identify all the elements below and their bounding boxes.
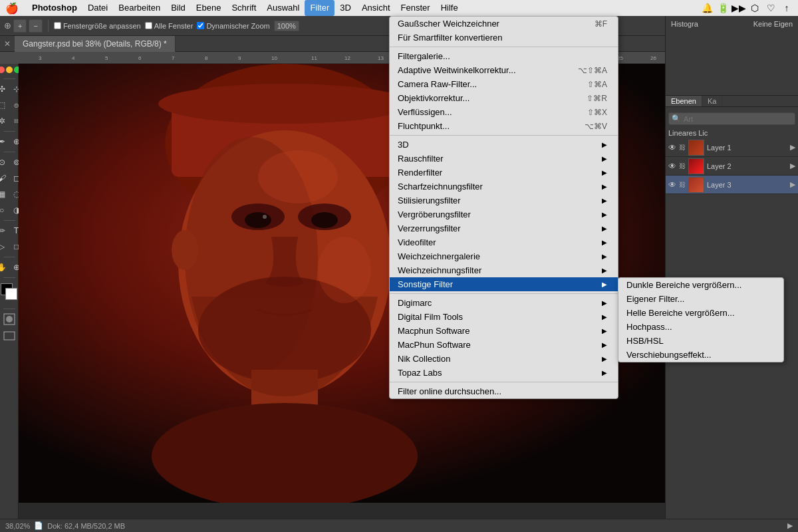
fit-window-option[interactable]: Fenstergröße anpassen	[54, 22, 141, 30]
menu-item-vergroeberung[interactable]: Vergröberungsfilter ▶	[390, 207, 618, 221]
sonstige-submenu[interactable]: Dunkle Bereiche vergrößern... Eigener Fi…	[618, 277, 784, 362]
fit-window-checkbox[interactable]	[54, 22, 61, 29]
layer-eye-1[interactable]: 👁	[668, 143, 676, 152]
status-icon[interactable]: 📄	[34, 521, 43, 530]
submenu-item-helle[interactable]: Helle Bereiche vergrößern...	[618, 306, 783, 320]
minimize-btn[interactable]	[6, 66, 13, 73]
menu-item-adaptive[interactable]: Adaptive Weitwinkelkorrektur... ⌥⇧⌘A	[390, 63, 618, 77]
brush-tool[interactable]: 🖌	[0, 171, 9, 186]
menu-item-gaussian[interactable]: Gaußscher Weichzeichner ⌘F	[390, 17, 618, 31]
menu-auswahl[interactable]: Auswahl	[261, 0, 305, 16]
menu-3d[interactable]: 3D	[334, 0, 356, 16]
dynamic-zoom-checkbox[interactable]	[197, 22, 204, 29]
menu-item-sonstige[interactable]: Sonstige Filter ▶ Dunkle Bereiche vergrö…	[390, 277, 618, 291]
layer-row-2[interactable]: 👁 ⛓ Layer 2 ▶	[666, 157, 798, 176]
scroll-right-btn[interactable]: ▶	[787, 521, 793, 530]
hsb-label: HSB/HSL	[626, 336, 664, 346]
scharfzeichnung-arrow: ▶	[602, 183, 607, 190]
heal-tool[interactable]: ⊙	[0, 155, 9, 170]
expand-icon-2[interactable]: ▶	[790, 162, 795, 170]
panel-search[interactable]: 🔍	[668, 112, 795, 125]
menu-item-fluchtpunkt[interactable]: Fluchtpunkt... ⌥⌘V	[390, 119, 618, 133]
submenu-item-verschiebung[interactable]: Verschiebungseffekt...	[618, 348, 783, 362]
expand-icon-3[interactable]: ▶	[790, 180, 795, 189]
menu-item-nik[interactable]: Nik Collection ▶	[390, 352, 618, 366]
menu-item-rauschfilter[interactable]: Rauschfilter ▶	[390, 152, 618, 166]
svg-point-40	[158, 84, 411, 124]
move-tool[interactable]: ✣	[0, 82, 9, 96]
search-icon[interactable]: ↑	[781, 2, 793, 14]
path-select-tool[interactable]: ▷	[0, 239, 9, 254]
menu-item-videofilter[interactable]: Videofilter ▶	[390, 235, 618, 249]
layer-search-input[interactable]	[684, 115, 792, 123]
menu-item-stilisierung[interactable]: Stilisierungsfilter ▶	[390, 194, 618, 207]
menu-ansicht[interactable]: Ansicht	[356, 0, 396, 16]
pen-tool[interactable]: ✏	[0, 223, 9, 238]
menu-item-filtergalerie[interactable]: Filtergalerie...	[390, 49, 618, 63]
menu-item-scharfzeichnung[interactable]: Scharfzeichnungsfilter ▶	[390, 180, 618, 194]
menu-ebene[interactable]: Ebene	[191, 0, 227, 16]
tab-close-btn[interactable]: ✕	[0, 39, 15, 49]
zoom-value[interactable]: 100%	[274, 21, 299, 31]
menu-item-online[interactable]: Filter online durchsuchen...	[390, 384, 618, 398]
scharfzeichnung-label: Scharfzeichnungsfilter	[398, 182, 483, 192]
menu-datei[interactable]: Datei	[82, 0, 113, 16]
tab-ka[interactable]: Ka	[702, 96, 722, 106]
filter-menu[interactable]: Gaußscher Weichzeichner ⌘F Für Smartfilt…	[389, 16, 618, 399]
topaz-label: Topaz Labs	[398, 368, 442, 378]
menu-item-macphun1[interactable]: Macphun Software ▶	[390, 324, 618, 338]
submenu-item-eigener[interactable]: Eigener Filter...	[618, 292, 783, 306]
menu-item-verzerrung[interactable]: Verzerrungsfilter ▶	[390, 221, 618, 235]
all-windows-option[interactable]: Alle Fenster	[145, 22, 194, 30]
menu-item-3d[interactable]: 3D ▶	[390, 138, 618, 152]
menu-fenster[interactable]: Fenster	[396, 0, 436, 16]
expand-icon-1[interactable]: ▶	[790, 143, 795, 152]
menu-item-digital-film[interactable]: Digital Film Tools ▶	[390, 310, 618, 324]
close-btn[interactable]	[0, 66, 5, 73]
zoom-out-btn[interactable]: −	[29, 19, 42, 33]
layer-eye-3[interactable]: 👁	[668, 180, 676, 190]
notification-icon[interactable]: 🔔	[701, 2, 713, 14]
menu-schrift[interactable]: Schrift	[226, 0, 261, 16]
menu-item-camera-raw[interactable]: Camera Raw-Filter... ⇧⌘A	[390, 77, 618, 91]
tab-ebenen[interactable]: Ebenen	[666, 96, 702, 106]
app-name[interactable]: Photoshop	[27, 0, 82, 16]
layer-eye-2[interactable]: 👁	[668, 162, 676, 171]
background-color[interactable]	[5, 288, 17, 300]
submenu-item-hochpass[interactable]: Hochpass...	[618, 320, 783, 334]
menu-item-weichzeichnergalerie[interactable]: Weichzeichnergalerie ▶	[390, 249, 618, 263]
screen-mode-tool[interactable]	[2, 328, 17, 342]
dodge-tool[interactable]: ○	[0, 203, 9, 217]
submenu-item-hsb[interactable]: HSB/HSL	[618, 334, 783, 348]
gradient-tool[interactable]: ▦	[0, 187, 9, 201]
menu-bearbeiten[interactable]: Bearbeiten	[113, 0, 166, 16]
menu-item-weichzeichnung[interactable]: Weichzeichnungsfilter ▶	[390, 263, 618, 277]
menu-item-topaz[interactable]: Topaz Labs ▶	[390, 366, 618, 380]
menu-item-smartfilter[interactable]: Für Smartfilter konvertieren	[390, 31, 618, 45]
crop-icon: ⌗	[14, 116, 19, 126]
magic-wand-tool[interactable]: ✲	[0, 114, 9, 128]
marquee-tool[interactable]: ⬚	[0, 98, 9, 112]
menu-bild[interactable]: Bild	[166, 0, 191, 16]
menu-item-digimarc[interactable]: Digimarc ▶	[390, 296, 618, 310]
menu-item-verfluessigen[interactable]: Verflüssigen... ⇧⌘X	[390, 105, 618, 119]
document-tab[interactable]: Gangster.psd bei 38% (Details, RGB/8) *	[15, 36, 176, 52]
all-windows-checkbox[interactable]	[145, 22, 152, 29]
videofilter-label: Videofilter	[398, 237, 436, 247]
zoom-in-btn[interactable]: +	[13, 19, 27, 33]
hand-tool[interactable]: ✋	[0, 260, 9, 275]
layer-row-3[interactable]: 👁 ⛓ Layer 3 ▶	[666, 176, 798, 194]
menu-hilfe[interactable]: Hilfe	[436, 0, 464, 16]
smartfilter-label: Für Smartfilter konvertieren	[398, 33, 503, 43]
menu-item-renderfilter[interactable]: Renderfilter ▶	[390, 166, 618, 180]
submenu-item-dunkle[interactable]: Dunkle Bereiche vergrößern...	[618, 278, 783, 292]
eyedropper-tool[interactable]: ✒	[0, 134, 9, 149]
quick-mask-tool[interactable]	[2, 312, 17, 327]
doc-info: Dok: 62,4 MB/520,2 MB	[47, 522, 125, 530]
layer-row-1[interactable]: 👁 ⛓ Layer 1 ▶	[666, 138, 798, 157]
menu-item-objektivkorrektur[interactable]: Objektivkorrektur... ⇧⌘R	[390, 91, 618, 105]
dynamic-zoom-option[interactable]: Dynamischer Zoom	[197, 22, 269, 30]
menu-item-macphun2[interactable]: MacPhun Software ▶	[390, 338, 618, 352]
menu-filter[interactable]: Filter	[305, 0, 334, 16]
apple-menu[interactable]: 🍎	[5, 2, 19, 15]
